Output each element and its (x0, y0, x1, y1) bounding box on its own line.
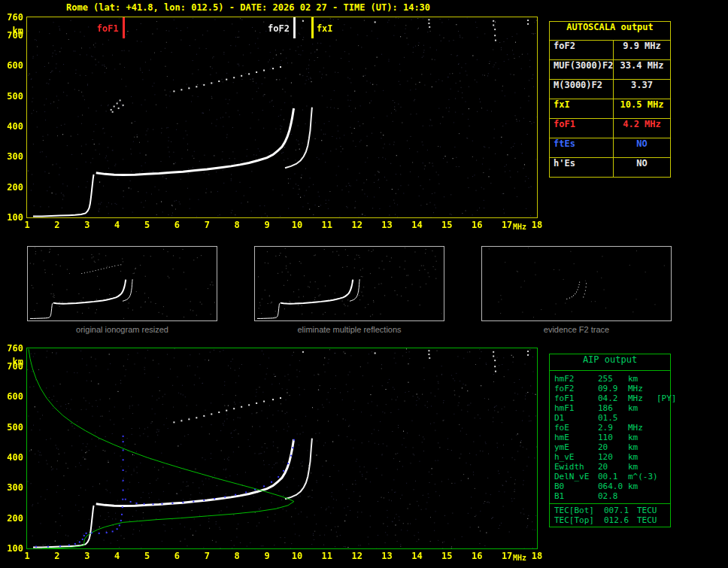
thumbnail-caption: evidence F2 trace (481, 325, 672, 334)
param-flag (657, 472, 670, 481)
y-tick-label: 400 (3, 452, 23, 463)
thumbnail-canvas (255, 247, 442, 319)
param-flag (657, 433, 670, 442)
table-row: B0064.0km (554, 481, 670, 491)
param-label: foF1 (550, 119, 614, 138)
y-tick-label: 100 (3, 212, 23, 223)
x-tick-label: 10 (290, 220, 305, 230)
table-row: TEC[Bot]007.1TECU (554, 506, 670, 515)
x-tick-label: 13 (380, 220, 395, 230)
y-tick-label: 100 (3, 543, 23, 554)
y-tick-label: 700 (3, 30, 23, 41)
thumbnail-canvas (28, 247, 215, 319)
param-flag (657, 423, 670, 433)
ionogram-plot-bottom (26, 348, 538, 549)
table-row: foE2.9MHz (554, 423, 670, 433)
table-row: DelN_vE00.1m^(-3) (554, 472, 670, 481)
x-tick-label: 13 (380, 551, 395, 561)
page-title: Rome (lat: +41.8, lon: 012.5) - DATE: 20… (66, 2, 430, 13)
param-unit: km (628, 433, 657, 442)
param-name: ymE (554, 442, 598, 452)
param-value: 20 (598, 442, 628, 452)
param-name: Ewidth (554, 462, 598, 472)
param-name: DelN_vE (554, 472, 598, 481)
fxI-marker-line (311, 17, 314, 38)
x-tick-label: 11 (320, 551, 335, 561)
param-flag (657, 403, 670, 413)
foF2-marker-label: foF2 (261, 23, 290, 34)
param-unit: km (628, 374, 657, 384)
y-tick-label: 300 (3, 151, 23, 162)
table-row: h'EsNO (550, 158, 670, 177)
thumbnail-canvas (482, 247, 669, 319)
x-tick-label: 5 (140, 220, 155, 230)
param-value: 120 (598, 452, 628, 462)
y-tick-label: 600 (3, 60, 23, 71)
param-value: 9.9 MHz (614, 41, 670, 59)
param-unit: MHz (628, 393, 657, 403)
param-value: 012.6 (604, 515, 637, 525)
y-tick-label: 400 (3, 121, 23, 132)
param-value: 10.5 MHz (614, 99, 670, 118)
param-flag (657, 462, 670, 472)
x-tick-label: 6 (169, 551, 184, 561)
param-unit: km (628, 462, 657, 472)
param-unit: TECU (637, 506, 670, 515)
table-row: TEC[Top]012.6TECU (554, 515, 670, 525)
ionogram-plot-top: foF1foF2fxI (26, 17, 538, 218)
param-unit: km (628, 403, 657, 413)
autoscala-table-rows: foF29.9 MHzMUF(3000)F233.4 MHzM(3000)F23… (550, 41, 670, 177)
thumbnail-original-ionogram (27, 246, 217, 321)
param-value: 01.5 (598, 413, 628, 423)
foF1-marker-line (123, 17, 125, 38)
thumbnail-eliminate-reflections (254, 246, 444, 321)
table-row: hmF2255km (554, 374, 670, 384)
param-name: hmE (554, 433, 598, 442)
x-tick-label: 5 (140, 551, 155, 561)
param-flag (657, 481, 670, 491)
param-value: 09.9 (598, 384, 628, 393)
fxI-marker-label: fxI (317, 23, 333, 34)
x-tick-label: 9 (259, 220, 275, 230)
param-unit: km (628, 452, 657, 462)
x-tick-label: 4 (110, 551, 125, 561)
aip-output-table: AIP output hmF2255kmfoF209.9MHzfoF104.2M… (549, 354, 671, 527)
param-name: D1 (554, 413, 598, 423)
x-tick-label: 18 (529, 220, 544, 230)
table-row: hmF1186km (554, 403, 670, 413)
param-value: 4.2 MHz (614, 119, 670, 138)
aip-table-rows: hmF2255kmfoF209.9MHzfoF104.2MHz[PY]hmF11… (550, 371, 670, 503)
param-value: 00.1 (598, 472, 628, 481)
table-row: ymE20km (554, 442, 670, 452)
param-flag: [PY] (657, 393, 677, 403)
param-value: 3.37 (614, 80, 670, 99)
y-axis-unit-km: km (3, 357, 23, 367)
y-tick-label: 200 (3, 182, 23, 193)
param-value: 04.2 (598, 393, 628, 403)
param-flag (657, 452, 670, 462)
param-value: 33.4 MHz (614, 60, 670, 79)
param-name: foE (554, 423, 598, 433)
param-label: ftEs (550, 138, 614, 157)
param-unit: MHz (628, 384, 657, 393)
param-unit: km (628, 481, 657, 491)
param-unit (628, 491, 657, 501)
table-row: Ewidth20km (554, 462, 670, 472)
param-unit: MHz (628, 423, 657, 433)
x-tick-label: 1 (20, 551, 35, 561)
x-axis-unit-mhz: MHz (513, 554, 526, 562)
aip-tec-rows: TEC[Bot]007.1TECUTEC[Top]012.6TECU (550, 503, 670, 527)
x-tick-label: 17 (499, 551, 514, 561)
param-flag (657, 384, 670, 393)
table-row: M(3000)F23.37 (550, 80, 670, 99)
param-value: 007.1 (604, 506, 637, 515)
x-tick-label: 2 (50, 551, 65, 561)
table-row: D101.5 (554, 413, 670, 423)
foF2-marker-line (293, 17, 296, 38)
param-name: foF2 (554, 384, 598, 393)
y-tick-label: 300 (3, 482, 23, 493)
foF1-marker-label: foF1 (90, 23, 119, 34)
x-tick-label: 3 (80, 551, 95, 561)
autoscala-output-table: AUTOSCALA output foF29.9 MHzMUF(3000)F23… (549, 21, 671, 178)
autoscala-window: Rome (lat: +41.8, lon: 012.5) - DATE: 20… (0, 0, 728, 568)
